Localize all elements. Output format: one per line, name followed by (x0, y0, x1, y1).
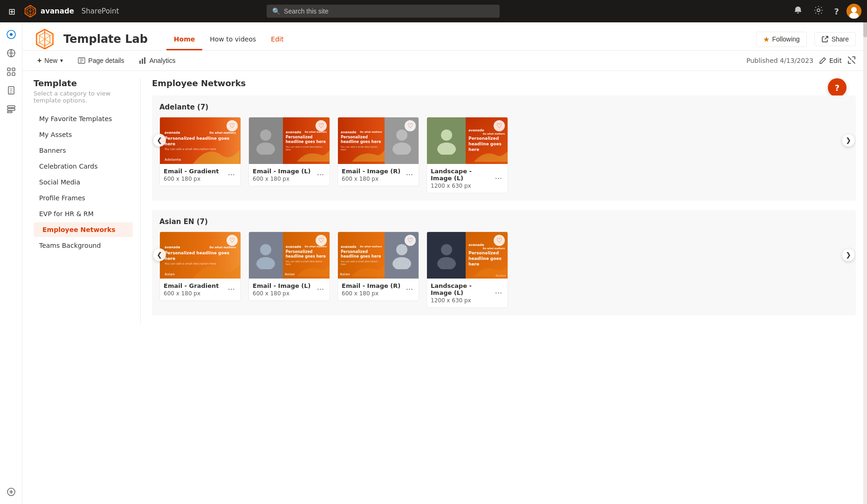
avanade-logo-icon (24, 5, 37, 18)
analytics-label: Analytics (149, 57, 175, 64)
search-input[interactable] (284, 7, 494, 15)
nav-item-banners[interactable]: Banners (34, 143, 133, 158)
site-search-box[interactable]: 🔍 (267, 5, 500, 18)
expand-button[interactable] (847, 56, 856, 66)
nav-item-evp[interactable]: EVP for HR & RM (34, 206, 133, 221)
asian-en-card-2-heart[interactable]: ♡ (316, 235, 327, 246)
nav-item-celebration-cards[interactable]: Celebration Cards (34, 159, 133, 174)
adelante-card-2[interactable]: ♡ avanade Do what matters Personalized h… (248, 117, 330, 186)
asian-en-card-4-bottom: Landscape - Image (L) 1200 x 630 px ··· (431, 282, 504, 304)
new-button[interactable]: + New ▾ (34, 54, 67, 67)
svg-rect-12 (7, 68, 10, 71)
nav-item-social-media[interactable]: Social Media (34, 175, 133, 190)
analytics-button[interactable]: Analytics (135, 55, 179, 66)
svg-point-40 (441, 244, 452, 255)
adelante-prev-arrow[interactable]: ❮ (153, 134, 166, 147)
site-navigation: Home How to videos Edit (166, 28, 291, 50)
toolbar-right: Published 4/13/2023 Edit (746, 56, 856, 66)
asian-en-card-1[interactable]: ♡ avanade Do what matters Personalized h… (159, 232, 241, 301)
asian-en-card-1-heart[interactable]: ♡ (227, 235, 238, 246)
asian-en-card-1-menu[interactable]: ··· (226, 284, 237, 295)
nav-item-my-favorites[interactable]: My Favorite Templates (34, 111, 133, 126)
site-header-left: Template Lab Home How to videos Edit (34, 28, 291, 50)
asian-en-cards-row: ❮ ♡ avanade Do what matters Personalized… (159, 232, 848, 308)
svg-point-7 (851, 7, 857, 13)
nav-item-employee-networks[interactable]: Employee Networks (34, 222, 133, 237)
top-nav-actions: ? (790, 4, 861, 19)
asian-en-card-4-heart[interactable]: ♡ (494, 235, 505, 246)
adelante-next-arrow[interactable]: ❯ (842, 134, 855, 147)
asian-en-card-3[interactable]: ♡ avanade Do what matters Personalized h… (337, 232, 419, 301)
nav-item-teams-bg[interactable]: Teams Background (34, 238, 133, 253)
adelante-card-3-heart[interactable]: ♡ (405, 120, 416, 131)
adelante-card-1-heart[interactable]: ♡ (227, 120, 238, 131)
star-icon: ★ (763, 35, 770, 44)
settings-icon[interactable] (810, 4, 827, 19)
site-header-right: ★ Following Share (756, 32, 856, 47)
asian-en-card-3-name: Email - Image (R) (342, 282, 400, 289)
adelante-card-2-menu[interactable]: ··· (315, 170, 326, 180)
asian-en-card-2-menu[interactable]: ··· (315, 284, 326, 295)
adelante-card-2-name: Email - Image (L) (253, 168, 311, 175)
sidebar-globe-icon[interactable] (3, 45, 20, 61)
asian-en-card-3-heart[interactable]: ♡ (405, 235, 416, 246)
nav-item-how-to[interactable]: How to videos (202, 28, 263, 50)
sidebar-add-icon[interactable] (3, 484, 20, 500)
nav-item-edit[interactable]: Edit (263, 28, 291, 50)
asian-en-card-2[interactable]: ♡ avanade Do what matters Personalized h… (248, 232, 330, 301)
adelante-card-3-menu[interactable]: ··· (404, 170, 415, 180)
asian-en-next-arrow[interactable]: ❯ (842, 248, 855, 261)
asian-en-card-3-info: Email - Image (R) 600 x 180 px ··· (338, 279, 419, 300)
adelante-card-1-menu[interactable]: ··· (226, 170, 237, 180)
edit-button[interactable]: Edit (819, 57, 842, 64)
adelante-card-3-name: Email - Image (R) (342, 168, 400, 175)
asian-en-card-4[interactable]: ♡ avanade Do what matters Personalized h… (427, 232, 508, 308)
sidebar-list-icon[interactable] (3, 101, 20, 117)
waffle-menu-icon[interactable]: ⊞ (6, 4, 18, 19)
adelante-card-2-heart[interactable]: ♡ (316, 120, 327, 131)
adelante-card-3-bottom: Email - Image (R) 600 x 180 px ··· (342, 168, 415, 182)
adelante-card-1[interactable]: ♡ avanade Do what matters Personalized h… (159, 117, 241, 186)
site-title: Template Lab (63, 33, 148, 46)
nav-item-home[interactable]: Home (166, 28, 202, 50)
sidebar-grid-icon[interactable] (3, 63, 20, 80)
adelante-card-1-info: Email - Gradient 600 x 180 px ··· (160, 164, 241, 186)
main-content-wrapper: Template Lab Home How to videos Edit ★ F… (22, 22, 867, 504)
asian-en-card-2-image: ♡ avanade Do what matters Personalized h… (249, 232, 330, 279)
brand-name: avanade (41, 7, 74, 15)
adelante-card-4-menu[interactable]: ··· (493, 173, 504, 184)
adelante-card-4-heart[interactable]: ♡ (494, 120, 505, 131)
notifications-icon[interactable] (790, 4, 806, 19)
asian-en-card-4-info: Landscape - Image (L) 1200 x 630 px ··· (427, 279, 508, 307)
sidebar-document-icon[interactable] (3, 82, 20, 99)
adelante-card-4[interactable]: ♡ avanade Do what matters Personalized h… (427, 117, 508, 193)
svg-rect-13 (12, 68, 15, 71)
svg-point-10 (10, 33, 13, 36)
sidebar-home-icon[interactable] (3, 26, 20, 43)
asian-en-card-4-menu[interactable]: ··· (493, 288, 504, 299)
page-details-label: Page details (88, 57, 124, 64)
asian-en-card-3-image: ♡ avanade Do what matters Personalized h… (338, 232, 419, 279)
nav-item-my-assets[interactable]: My Assets (34, 127, 133, 142)
svg-point-36 (260, 244, 271, 255)
svg-rect-18 (7, 109, 15, 110)
adelante-card-3[interactable]: ♡ avanade Do what matters Personalized h… (337, 117, 419, 186)
svg-point-5 (817, 9, 820, 12)
page-details-button[interactable]: Page details (74, 55, 128, 66)
help-fab-button[interactable]: ? (828, 78, 846, 97)
help-icon[interactable]: ? (831, 5, 843, 18)
share-button[interactable]: Share (814, 32, 856, 46)
nav-item-profile-frames[interactable]: Profile Frames (34, 191, 133, 205)
asian-en-prev-arrow[interactable]: ❮ (153, 248, 166, 261)
adelante-card-3-image: ♡ avanade Do what matters Personalized h… (338, 117, 419, 164)
user-avatar[interactable] (846, 4, 861, 19)
adelante-card-2-info: Email - Image (L) 600 x 180 px ··· (249, 164, 330, 186)
svg-rect-28 (142, 59, 143, 64)
asian-en-card-1-bottom: Email - Gradient 600 x 180 px ··· (164, 282, 237, 297)
following-button[interactable]: ★ Following (756, 32, 807, 47)
svg-rect-19 (7, 111, 12, 113)
edit-label: Edit (829, 57, 842, 64)
left-sidebar (0, 22, 22, 504)
asian-en-card-3-menu[interactable]: ··· (404, 284, 415, 295)
toolbar-left: + New ▾ Page details Analytics (34, 54, 179, 67)
